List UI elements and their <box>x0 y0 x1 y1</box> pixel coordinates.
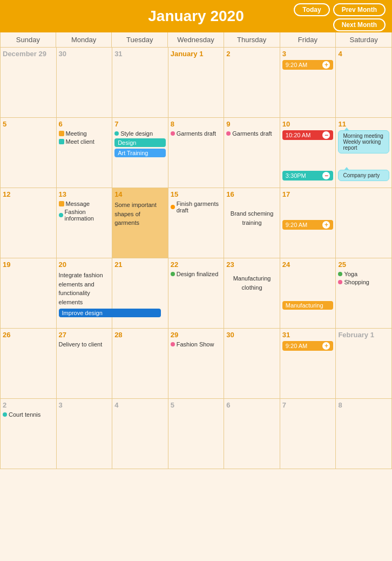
event-finish-garments[interactable]: Finish garments draft <box>171 201 222 213</box>
cell-jan31[interactable]: 31 9:20 AM + <box>280 329 336 399</box>
cell-number: 9 <box>226 120 278 128</box>
cell-feb7[interactable]: 7 <box>280 399 336 469</box>
cell-feb3[interactable]: 3 <box>57 399 113 469</box>
cell-number: 27 <box>59 331 110 339</box>
today-button[interactable]: Today <box>294 3 329 16</box>
day-header-thursday: Thursday <box>224 32 280 48</box>
cell-jan21[interactable]: 21 <box>112 258 168 329</box>
cell-number: 26 <box>3 331 54 339</box>
cell-number: 3 <box>59 401 110 409</box>
calendar-wrapper: January 2020 Today Prev Month Next Month… <box>0 0 392 561</box>
cell-feb2[interactable]: 2 Court tennis <box>1 399 57 469</box>
cell-number: 30 <box>59 50 110 58</box>
event-art-training[interactable]: Art Training <box>114 149 166 157</box>
event-fashion-info[interactable]: Fashion information <box>59 209 110 222</box>
cell-number: 21 <box>114 261 166 269</box>
event-message[interactable]: Message <box>59 201 110 207</box>
cell-jan15[interactable]: 15 Finish garments draft <box>168 188 225 258</box>
cell-jan12[interactable]: 12 <box>1 188 57 258</box>
event-9-20am-jan3[interactable]: 9:20 AM + <box>282 60 334 70</box>
event-label: Fashion information <box>65 209 110 222</box>
cell-jan10[interactable]: 10 10:20 AM − 3:30PM − <box>280 118 336 188</box>
day-headers: Sunday Monday Tuesday Wednesday Thursday… <box>0 32 392 48</box>
event-label: Fashion Show <box>177 341 214 348</box>
plus-icon: + <box>322 61 330 69</box>
cell-jan30[interactable]: 30 <box>224 329 280 399</box>
cell-jan27[interactable]: 27 Delivery to client <box>57 329 113 399</box>
event-label: Yoga <box>344 271 357 277</box>
cell-jan24[interactable]: 24 Manufacturing <box>280 258 336 329</box>
cell-jan14[interactable]: 14 Some important shapes of garments <box>112 188 168 258</box>
event-label: Garments draft <box>232 130 272 137</box>
cell-number: 14 <box>114 190 166 198</box>
pink-dot-icon <box>171 342 175 346</box>
cell-dec30[interactable]: 30 <box>57 48 113 118</box>
event-meeting[interactable]: Meeting <box>59 130 110 137</box>
cell-jan5[interactable]: 5 <box>1 118 57 188</box>
cell-number: 4 <box>114 401 166 409</box>
cell-jan22[interactable]: 22 Design finalized <box>168 258 225 329</box>
event-garments-draft-jan9[interactable]: Garments draft <box>226 130 278 137</box>
cell-jan26[interactable]: 26 <box>1 329 57 399</box>
cell-feb4[interactable]: 4 <box>112 399 168 469</box>
event-9-20am-jan31[interactable]: 9:20 AM + <box>282 341 334 351</box>
event-improve-design[interactable]: Improve design <box>59 309 161 317</box>
event-3-30pm[interactable]: 3:30PM − <box>282 171 334 181</box>
cell-jan6[interactable]: 6 Meeting Meet client <box>57 118 113 188</box>
next-month-button[interactable]: Next Month <box>333 18 386 31</box>
cell-jan20[interactable]: 20 Integrate fashion elements and functi… <box>57 258 113 329</box>
orange-dot-icon <box>171 205 175 209</box>
cell-number: 30 <box>226 331 278 339</box>
event-meet-client[interactable]: Meet client <box>59 138 110 145</box>
cell-number: 13 <box>59 190 110 198</box>
teal-dot-icon <box>114 131 119 136</box>
cell-number: 29 <box>171 331 222 339</box>
event-shopping[interactable]: Shopping <box>338 279 389 285</box>
cell-feb6[interactable]: 6 <box>224 399 280 469</box>
event-garments-draft-jan8[interactable]: Garments draft <box>171 130 222 137</box>
cell-jan8[interactable]: 8 Garments draft <box>168 118 225 188</box>
pink-dot-icon <box>338 280 342 284</box>
cell-jan11[interactable]: 11 Morning meetingWeekly working report … <box>336 118 392 188</box>
cell-jan16[interactable]: 16 Brand scheming training <box>224 188 280 258</box>
cell-number: 28 <box>114 331 166 339</box>
cell-jan13[interactable]: 13 Message Fashion information <box>57 188 113 258</box>
minus-icon: − <box>322 172 330 179</box>
cell-jan23[interactable]: 23 Manufacturing clothing <box>224 258 280 329</box>
cell-jan1[interactable]: January 1 <box>168 48 225 118</box>
cell-number: 2 <box>3 401 54 409</box>
cell-jan7[interactable]: 7 Style design Design Art Training <box>112 118 168 188</box>
cell-jan25[interactable]: 25 Yoga Shopping <box>336 258 392 329</box>
cell-jan2[interactable]: 2 <box>224 48 280 118</box>
plus-icon: + <box>322 342 330 350</box>
event-design[interactable]: Design <box>114 138 166 147</box>
cell-number: 24 <box>282 261 334 269</box>
event-design-finalized[interactable]: Design finalized <box>171 271 222 277</box>
cell-number: 31 <box>282 331 334 339</box>
cell-jan28[interactable]: 28 <box>112 329 168 399</box>
cell-number: 17 <box>282 190 334 198</box>
cell-jan19[interactable]: 19 <box>1 258 57 329</box>
cell-dec29[interactable]: December 29 <box>1 48 57 118</box>
event-yoga[interactable]: Yoga <box>338 271 389 277</box>
cell-jan18[interactable] <box>336 188 392 258</box>
event-court-tennis[interactable]: Court tennis <box>3 411 54 418</box>
cell-feb1[interactable]: February 1 <box>336 329 392 399</box>
event-10-20am[interactable]: 10:20 AM − <box>282 130 334 140</box>
day-header-saturday: Saturday <box>336 32 392 48</box>
prev-month-button[interactable]: Prev Month <box>333 3 386 16</box>
cell-feb8[interactable]: 8 <box>336 399 392 469</box>
cell-dec31[interactable]: 31 <box>112 48 168 118</box>
cell-number: 3 <box>282 50 334 58</box>
cell-jan9[interactable]: 9 Garments draft <box>224 118 280 188</box>
event-style-design[interactable]: Style design <box>114 130 166 137</box>
cell-jan29[interactable]: 29 Fashion Show <box>168 329 225 399</box>
event-fashion-show[interactable]: Fashion Show <box>171 341 222 348</box>
cell-jan17[interactable]: 17 9:20 AM + <box>280 188 336 258</box>
cell-feb5[interactable]: 5 <box>168 399 225 469</box>
event-manufacturing-bar[interactable]: Manufacturing <box>282 301 334 310</box>
cell-jan3[interactable]: 3 9:20 AM + <box>280 48 336 118</box>
cell-jan4[interactable]: 4 <box>336 48 392 118</box>
event-9-20am-jan17[interactable]: 9:20 AM + <box>282 220 334 230</box>
event-label: Meet client <box>66 138 94 145</box>
